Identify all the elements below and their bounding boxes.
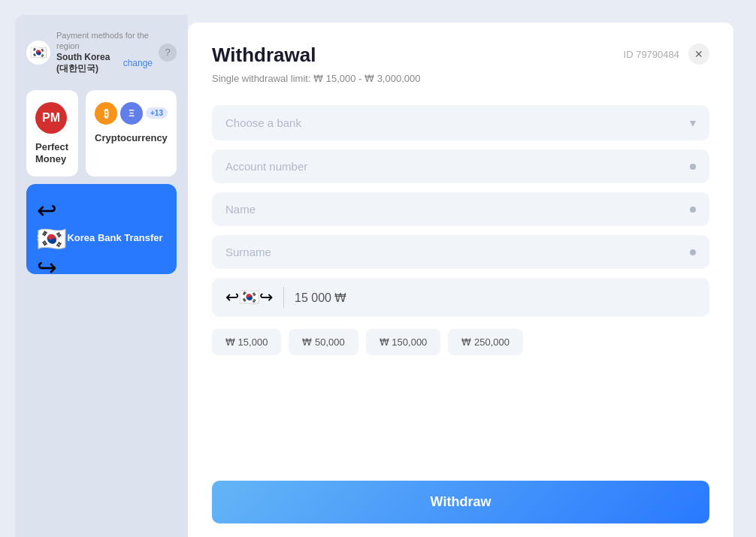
quick-amounts-row: ₩ 15,000 ₩ 50,000 ₩ 150,000 ₩ 250,000	[212, 329, 709, 355]
account-dot-icon	[690, 164, 696, 170]
left-panel: 🇰🇷 Payment methods for the region South …	[15, 15, 188, 537]
withdrawal-id-close: ID 79790484 ✕	[624, 44, 709, 65]
payment-method-perfect-money[interactable]: PM Perfect Money	[26, 90, 78, 177]
choose-bank-placeholder: Choose a bank	[225, 116, 301, 129]
kr-transfer-icon: ↩🇰🇷↪	[37, 197, 67, 281]
kr-icon-area: ↩🇰🇷↪	[37, 196, 80, 226]
name-placeholder: Name	[225, 203, 256, 216]
crypto-icon-area: ₿ Ξ +13	[95, 102, 168, 125]
perfect-money-label: Perfect Money	[35, 141, 69, 167]
surname-field[interactable]: Surname	[212, 235, 709, 269]
name-dot-icon	[690, 207, 696, 213]
quick-amount-1[interactable]: ₩ 15,000	[212, 329, 281, 355]
quick-amount-3[interactable]: ₩ 150,000	[366, 329, 441, 355]
close-button[interactable]: ✕	[688, 44, 709, 65]
region-header: 🇰🇷 Payment methods for the region South …	[26, 30, 177, 75]
quick-amount-2[interactable]: ₩ 50,000	[289, 329, 358, 355]
amount-field[interactable]: ↩🇰🇷↪ 15 000 ₩	[212, 278, 709, 317]
help-button[interactable]: ?	[159, 44, 177, 62]
bitcoin-icon: ₿	[95, 102, 117, 125]
surname-placeholder: Surname	[225, 246, 271, 258]
surname-dot-icon	[690, 249, 696, 255]
amount-divider	[283, 287, 284, 308]
account-number-placeholder: Account number	[225, 160, 307, 173]
crypto-plus-badge: +13	[146, 107, 168, 119]
region-change-link[interactable]: change	[123, 58, 153, 68]
region-flag-icon: 🇰🇷	[26, 41, 50, 65]
payment-methods-grid: PM Perfect Money ₿ Ξ +13 Cryptocurrency	[26, 90, 177, 177]
ethereum-icon: Ξ	[120, 102, 143, 125]
withdrawal-header: Withdrawal ID 79790484 ✕	[212, 44, 709, 67]
account-number-field[interactable]: Account number	[212, 149, 709, 183]
withdrawal-limit: Single withdrawal limit: ₩ 15,000 - ₩ 3,…	[212, 73, 709, 84]
amount-value: 15 000 ₩	[295, 291, 346, 305]
right-panel: Withdrawal ID 79790484 ✕ Single withdraw…	[188, 23, 733, 537]
region-info: Payment methods for the region South Kor…	[56, 30, 153, 75]
region-label: Payment methods for the region	[56, 30, 153, 52]
payment-method-cryptocurrency[interactable]: ₿ Ξ +13 Cryptocurrency	[86, 90, 177, 177]
withdraw-button[interactable]: Withdraw	[212, 481, 709, 523]
quick-amount-4[interactable]: ₩ 250,000	[448, 329, 523, 355]
payment-method-south-korea-bank-transfer[interactable]: ↩🇰🇷↪ South Korea Bank Transfer	[26, 184, 177, 274]
amount-transfer-icon: ↩🇰🇷↪	[225, 288, 273, 307]
cryptocurrency-label: Cryptocurrency	[95, 132, 168, 145]
name-field[interactable]: Name	[212, 192, 709, 226]
perfect-money-icon-area: PM	[35, 102, 67, 134]
withdrawal-title: Withdrawal	[212, 44, 316, 67]
choose-bank-field[interactable]: Choose a bank ▾	[212, 105, 709, 140]
chevron-down-icon: ▾	[690, 116, 696, 130]
region-name: South Korea (대한민국)	[56, 52, 119, 75]
withdrawal-id: ID 79790484	[624, 49, 679, 60]
pm-icon: PM	[35, 102, 67, 134]
